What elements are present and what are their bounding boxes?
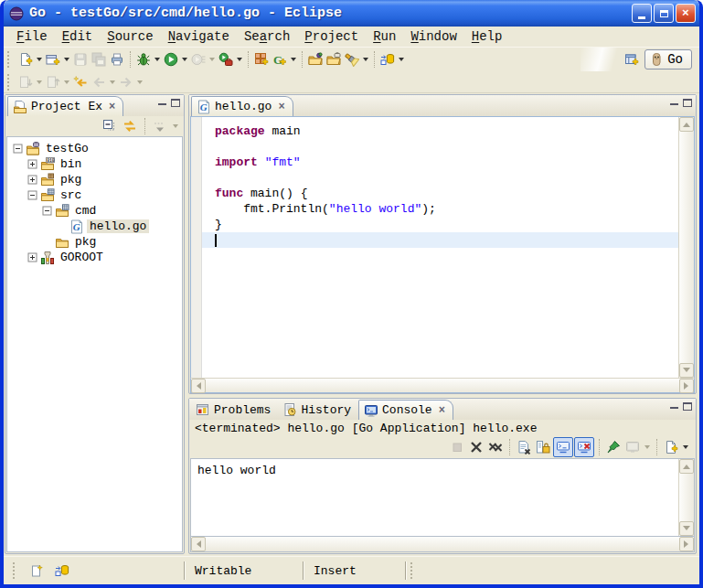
console-output[interactable]: hello world (191, 459, 678, 536)
remove-launch-button[interactable] (467, 437, 485, 457)
export-button[interactable] (325, 49, 343, 69)
last-edit-location-button[interactable] (71, 72, 90, 92)
external-tools-button[interactable] (217, 49, 235, 69)
tab-history[interactable]: History (278, 400, 358, 420)
expand-node-icon[interactable] (27, 159, 37, 169)
perspective-go-button[interactable]: Go (644, 49, 692, 69)
statusbar-grip (13, 562, 20, 579)
new-wizard-button[interactable] (16, 49, 35, 69)
menu-file[interactable]: File (9, 28, 55, 45)
pin-console-button[interactable] (604, 437, 623, 457)
minimize-console-icon[interactable] (670, 405, 678, 409)
sync-toggle-button[interactable] (378, 49, 397, 69)
new-go-element-dropdown-icon[interactable] (291, 58, 296, 61)
maximize-console-icon[interactable] (683, 402, 692, 411)
close-view-icon[interactable]: × (439, 404, 445, 417)
tree-item-bin[interactable]: 010bin (7, 156, 182, 172)
run-button[interactable] (162, 49, 180, 69)
sync-toggle-dropdown-icon[interactable] (399, 58, 404, 61)
title-bar[interactable]: Go - testGo/src/cmd/hello.go - Eclipse × (4, 0, 699, 27)
new-project-wizard-button[interactable] (44, 49, 62, 69)
collapse-node-icon[interactable] (13, 144, 23, 154)
scroll-left-icon[interactable] (191, 379, 206, 393)
search-dropdown-icon[interactable] (363, 58, 368, 61)
menu-search[interactable]: Search (237, 28, 297, 45)
run-history-dropdown-icon (209, 58, 215, 61)
link-with-editor-button[interactable] (121, 116, 139, 136)
editor-vertical-scrollbar[interactable] (678, 117, 694, 378)
console-view: ProblemsHistoryConsole× <terminated> hel… (188, 398, 697, 554)
tab-project-explorer[interactable]: Project Ex × (7, 96, 123, 116)
remove-all-terminated-button[interactable] (486, 437, 505, 457)
show-on-stdout-button[interactable] (553, 437, 573, 457)
collapse-all-button[interactable] (101, 116, 119, 136)
collapse-node-icon[interactable] (27, 190, 37, 200)
scroll-left-icon[interactable] (191, 537, 206, 551)
new-wizard-dropdown-icon[interactable] (37, 58, 42, 61)
scroll-lock-button[interactable] (534, 437, 552, 457)
print-button[interactable] (108, 49, 126, 69)
scroll-down-icon[interactable] (679, 521, 694, 536)
minimize-view-icon[interactable] (158, 102, 166, 105)
console-horizontal-scrollbar[interactable] (190, 537, 695, 552)
show-on-stderr-button[interactable] (574, 437, 594, 457)
library-icon (40, 251, 55, 265)
tree-item-cmd[interactable]: cmd (7, 203, 182, 219)
search-button[interactable] (343, 49, 361, 69)
tree-item-pkg[interactable]: pkg (7, 234, 182, 250)
console-toolbar (189, 436, 696, 458)
minimize-button[interactable] (632, 4, 652, 23)
clear-console-button[interactable] (515, 437, 533, 457)
minimize-editor-icon[interactable] (670, 102, 678, 105)
code-editor[interactable]: package main import "fmt" func main() { … (202, 117, 678, 378)
open-console-dropdown-icon[interactable] (683, 445, 688, 449)
expand-node-icon[interactable] (27, 252, 37, 262)
menu-run[interactable]: Run (366, 28, 403, 45)
scroll-right-icon[interactable] (679, 537, 694, 551)
tab-editor-hello-go[interactable]: G hello.go × (191, 96, 293, 116)
menu-edit[interactable]: Edit (55, 28, 101, 45)
expand-node-icon[interactable] (27, 175, 37, 185)
scroll-down-icon[interactable] (679, 363, 694, 378)
collapse-node-icon[interactable] (42, 206, 52, 216)
project-tree[interactable]: testGo010binpkgsrccmdGhello.gopkgGOROOT (6, 136, 183, 552)
new-project-wizard-dropdown-icon[interactable] (64, 58, 69, 61)
maximize-view-icon[interactable] (171, 99, 180, 107)
maximize-editor-icon[interactable] (683, 99, 692, 107)
tree-item-pkg[interactable]: pkg (7, 172, 182, 187)
menu-project[interactable]: Project (297, 28, 366, 45)
new-go-element-button[interactable]: G (271, 49, 289, 69)
menu-window[interactable]: Window (403, 28, 463, 45)
tree-item-goroot[interactable]: GOROOT (7, 250, 182, 265)
close-button[interactable]: × (676, 4, 696, 23)
editor-tab-label: hello.go (215, 100, 272, 113)
fast-view-button[interactable] (27, 561, 46, 581)
close-view-icon[interactable]: × (109, 101, 115, 113)
debug-icon (136, 52, 151, 67)
console-vertical-scrollbar[interactable] (678, 459, 694, 536)
scroll-up-icon[interactable] (679, 117, 694, 132)
scroll-up-icon[interactable] (679, 459, 694, 474)
import-button[interactable] (306, 49, 325, 69)
print-icon (110, 52, 124, 67)
new-go-application-button[interactable] (252, 49, 271, 69)
tree-item-testgo[interactable]: testGo (7, 141, 182, 156)
menu-navigate[interactable]: Navigate (161, 28, 237, 45)
sync-status-button[interactable] (53, 561, 71, 581)
open-console-button[interactable] (662, 437, 680, 457)
open-perspective-button[interactable] (623, 49, 641, 69)
close-editor-icon[interactable]: × (278, 101, 284, 113)
external-tools-dropdown-icon[interactable] (237, 58, 242, 61)
editor-horizontal-scrollbar[interactable] (190, 378, 695, 393)
debug-dropdown-icon[interactable] (154, 58, 160, 61)
tree-item-src[interactable]: src (7, 187, 182, 203)
debug-button[interactable] (134, 49, 153, 69)
maximize-button[interactable] (654, 4, 674, 23)
scroll-right-icon[interactable] (679, 379, 694, 393)
tab-console[interactable]: Console× (358, 400, 453, 420)
run-dropdown-icon[interactable] (182, 58, 187, 61)
menu-help[interactable]: Help (464, 28, 510, 45)
tree-item-hello-go[interactable]: Ghello.go (7, 219, 182, 234)
tab-problems[interactable]: Problems (191, 400, 278, 420)
menu-source[interactable]: Source (100, 28, 160, 45)
